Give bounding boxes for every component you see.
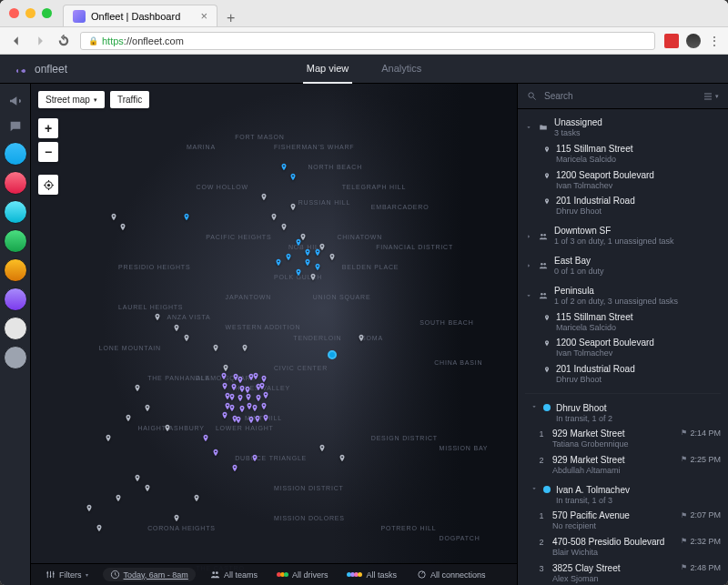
map-pin[interactable]: [153, 311, 162, 324]
task-row[interactable]: 201 Industrial RoadDhruv Bhoot: [523, 193, 721, 219]
drivers-filter[interactable]: All drivers: [272, 569, 334, 581]
driver-header[interactable]: Dhruv BhootIn transit, 1 of 2: [523, 399, 721, 426]
map-pin[interactable]: [294, 267, 303, 279]
rail-avatar[interactable]: [4, 171, 27, 195]
map-pin[interactable]: [259, 191, 268, 204]
map-pin[interactable]: [294, 237, 303, 249]
tasks-filter[interactable]: All tasks: [342, 569, 402, 581]
map-pin[interactable]: [163, 422, 172, 435]
task-row[interactable]: 1200 Seaport BoulevardIvan Tolmachev: [523, 167, 721, 194]
map-pin[interactable]: [95, 522, 104, 535]
rail-avatar[interactable]: [4, 346, 27, 369]
connections-filter[interactable]: All connections: [411, 568, 491, 581]
task-row[interactable]: 33825 Clay StreetAlex Sjoman⚑2:48 PM: [523, 560, 721, 585]
zoom-in-button[interactable]: +: [38, 118, 58, 138]
teams-filter[interactable]: All teams: [205, 568, 263, 581]
map-pin[interactable]: [313, 261, 322, 274]
filters-button[interactable]: Filters ▾: [40, 568, 94, 581]
tab-analytics[interactable]: Analytics: [378, 55, 425, 84]
map-pin[interactable]: [133, 382, 142, 395]
rail-avatar[interactable]: [4, 287, 27, 311]
map-pin[interactable]: [124, 412, 133, 425]
map-pin[interactable]: [172, 322, 181, 335]
map-pin[interactable]: [143, 402, 152, 415]
search-input[interactable]: Search: [544, 91, 695, 101]
rail-avatar[interactable]: [4, 258, 27, 282]
close-icon[interactable]: ×: [200, 9, 207, 23]
view-toggle[interactable]: ▾: [703, 91, 719, 102]
tab-map-view[interactable]: Map view: [303, 55, 352, 84]
map-pin[interactable]: [211, 342, 220, 355]
group-header[interactable]: Peninsula1 of 2 on duty, 3 unassigned ta…: [523, 283, 721, 309]
task-row[interactable]: 1929 Market StreetTatiana Grobennique⚑2:…: [523, 426, 721, 452]
task-row[interactable]: 1570 Pacific AvenueNo recipient⚑2:07 PM: [523, 508, 721, 534]
map-pin[interactable]: [109, 211, 118, 224]
rail-avatar[interactable]: [4, 142, 27, 166]
map-pin[interactable]: [230, 462, 239, 475]
map-pin[interactable]: [133, 472, 142, 485]
task-row[interactable]: 1200 Seaport BoulevardIvan Tolmachev: [523, 335, 721, 361]
zoom-out-button[interactable]: −: [38, 142, 58, 162]
map-pin[interactable]: [118, 221, 127, 234]
window-minimize[interactable]: [25, 8, 35, 18]
group-header[interactable]: East Bay0 of 1 on duty: [523, 253, 721, 279]
rail-avatar[interactable]: [4, 317, 27, 340]
map-pin[interactable]: [211, 447, 220, 459]
map-pin[interactable]: [85, 502, 94, 515]
map-pin[interactable]: [220, 409, 229, 422]
map-pin[interactable]: [338, 452, 347, 465]
back-button[interactable]: [9, 34, 24, 48]
map-pin[interactable]: [279, 161, 288, 174]
map-pin[interactable]: [313, 247, 322, 259]
group-header[interactable]: Downtown SF1 of 3 on duty, 1 unassigned …: [523, 223, 721, 249]
map-pin[interactable]: [261, 412, 270, 425]
map-pin[interactable]: [250, 452, 259, 465]
locate-button[interactable]: [38, 175, 58, 195]
chat-icon[interactable]: [5, 116, 25, 136]
map-pin[interactable]: [182, 332, 191, 345]
map-pin[interactable]: [172, 512, 181, 525]
rail-avatar[interactable]: [4, 229, 27, 253]
map-pin[interactable]: [234, 414, 243, 427]
map-pin[interactable]: [253, 413, 262, 426]
map-pin[interactable]: [182, 211, 191, 224]
map-pin[interactable]: [192, 492, 201, 505]
map-pin[interactable]: [284, 251, 293, 264]
extension-icon[interactable]: [664, 34, 679, 48]
map-pin[interactable]: [240, 342, 249, 355]
map-pin[interactable]: [269, 211, 278, 224]
task-row[interactable]: 201 Industrial RoadDhruv Bhoot: [523, 361, 721, 388]
task-row[interactable]: 2929 Market StreetAbdullah Altamami⚑2:25…: [523, 452, 721, 479]
sidebar-search[interactable]: Search ▾: [518, 84, 728, 109]
rail-avatar[interactable]: [4, 200, 27, 224]
map-pin[interactable]: [303, 257, 312, 269]
map-pin[interactable]: [328, 251, 337, 264]
map-style-button[interactable]: Street map ▾: [38, 91, 105, 108]
time-filter[interactable]: Today, 6am - 8am: [103, 568, 196, 581]
map-pin[interactable]: [201, 432, 210, 445]
map-pin[interactable]: [288, 171, 298, 184]
map-pin[interactable]: [143, 482, 152, 495]
map-pin[interactable]: [318, 442, 327, 455]
new-tab-button[interactable]: +: [217, 10, 244, 26]
map-pin[interactable]: [279, 221, 288, 234]
reload-button[interactable]: [56, 34, 71, 48]
task-row[interactable]: 115 Stillman StreetMaricela Salcido: [523, 309, 721, 336]
map-pin[interactable]: [274, 257, 283, 269]
map-pin[interactable]: [104, 432, 113, 445]
window-zoom[interactable]: [42, 8, 52, 18]
browser-tab[interactable]: Onfleet | Dashboard ×: [63, 5, 217, 26]
browser-menu[interactable]: ⋮: [708, 34, 719, 48]
traffic-toggle[interactable]: Traffic: [110, 91, 149, 108]
forward-button[interactable]: [33, 34, 47, 48]
profile-avatar[interactable]: [686, 34, 701, 48]
driver-header[interactable]: Ivan A. TolmachevIn transit, 1 of 3: [523, 481, 721, 508]
window-close[interactable]: [9, 8, 19, 18]
map-pin[interactable]: [114, 492, 123, 505]
map-pin[interactable]: [357, 332, 366, 345]
address-bar[interactable]: 🔒 https://onfleet.com: [80, 32, 655, 50]
task-row[interactable]: 2470-508 Presidio BoulevardBlair Wichita…: [523, 534, 721, 560]
map-pin[interactable]: [288, 201, 298, 214]
group-header[interactable]: Unassigned3 tasks: [523, 115, 721, 141]
task-row[interactable]: 115 Stillman StreetMaricela Salcido: [523, 141, 721, 167]
